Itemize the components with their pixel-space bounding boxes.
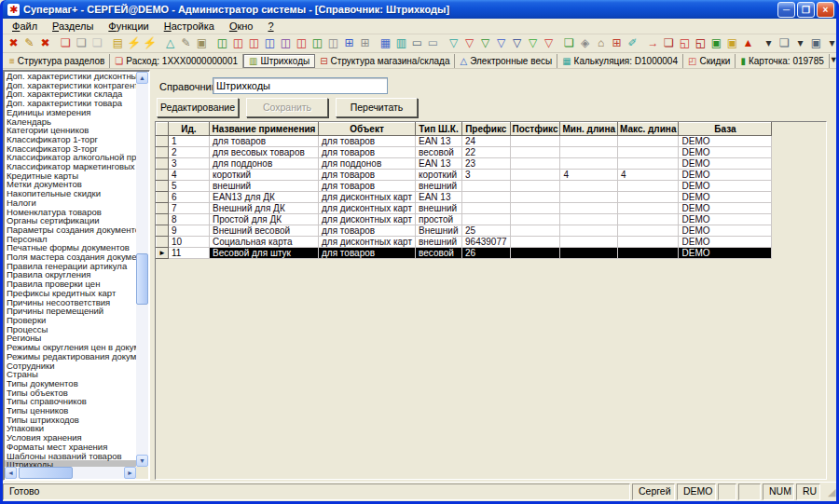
- table-cell[interactable]: EAN 13: [416, 192, 462, 203]
- table-cell[interactable]: Внешний весовой: [210, 225, 319, 237]
- toolbar-icon-16[interactable]: ◫: [262, 35, 278, 51]
- table-cell[interactable]: [560, 214, 618, 225]
- table-row[interactable]: 5внешнийдля товароввнешнийDEMO: [157, 181, 772, 192]
- menu-item-4[interactable]: Настройка: [157, 20, 222, 33]
- table-row[interactable]: 8Простой для ДКдля дисконтных картпросто…: [157, 214, 772, 225]
- toolbar-icon-10[interactable]: △: [162, 35, 178, 51]
- toolbar-icon-36[interactable]: ⌂: [593, 35, 609, 51]
- reference-name-input[interactable]: [213, 77, 388, 94]
- row-selector[interactable]: [157, 136, 169, 147]
- toolbar-icon-33[interactable]: ▽: [541, 35, 557, 51]
- tab-8[interactable]: ▮Карточка: 019785: [736, 54, 829, 68]
- table-cell[interactable]: 23: [462, 158, 511, 170]
- tab-2[interactable]: ❏Расход: 1XXX0000000001: [110, 54, 243, 68]
- toolbar-icon-44[interactable]: ▣: [724, 35, 740, 51]
- table-row[interactable]: ►11Весовой для штукдля товароввесовой26D…: [157, 248, 772, 259]
- row-selector[interactable]: [157, 203, 169, 214]
- toolbar-icon-26[interactable]: ▭: [425, 35, 441, 51]
- table-cell[interactable]: 6: [169, 192, 210, 203]
- table-cell[interactable]: DEMO: [679, 203, 772, 214]
- toolbar-icon-37[interactable]: ⊞: [609, 35, 625, 51]
- toolbar-icon-4[interactable]: ❏: [58, 35, 74, 51]
- column-header[interactable]: Макс. длина: [618, 123, 679, 136]
- row-selector[interactable]: [157, 181, 169, 192]
- menu-item-6[interactable]: ?: [260, 20, 281, 33]
- table-cell[interactable]: для товаров: [319, 181, 416, 192]
- toolbar-icon-5[interactable]: ❏: [74, 35, 89, 51]
- table-cell[interactable]: 11: [169, 248, 210, 259]
- table-cell[interactable]: для товаров: [319, 225, 416, 237]
- table-cell[interactable]: простой: [416, 214, 462, 225]
- table-cell[interactable]: Весовой для штук: [210, 248, 319, 259]
- toolbar-icon-19[interactable]: ◫: [309, 35, 325, 51]
- table-cell[interactable]: [510, 248, 560, 259]
- table-cell[interactable]: [462, 214, 511, 225]
- toolbar-icon-40[interactable]: ❏: [661, 35, 677, 51]
- tab-7[interactable]: ◰Скидки: [683, 54, 736, 68]
- table-row[interactable]: 6EAN13 для ДКдля дисконтных картEAN 13DE…: [157, 192, 772, 203]
- table-cell[interactable]: [560, 225, 618, 237]
- table-cell[interactable]: DEMO: [679, 248, 772, 259]
- toolbar-icon-12[interactable]: ▣: [194, 35, 210, 51]
- toolbar-icon-8[interactable]: ⚡: [126, 35, 142, 51]
- table-cell[interactable]: DEMO: [679, 158, 772, 170]
- toolbar-icon-18[interactable]: ◫: [294, 35, 309, 51]
- menu-item-1[interactable]: Файл: [5, 20, 45, 33]
- toolbar-icon-42[interactable]: ◱: [693, 35, 708, 51]
- toolbar-icon-41[interactable]: ◱: [677, 35, 693, 51]
- save-button[interactable]: Сохранить: [246, 98, 328, 117]
- row-selector[interactable]: [157, 158, 169, 170]
- table-cell[interactable]: 4: [618, 170, 679, 181]
- tab-4[interactable]: ⊟Структура магазина/склада: [315, 54, 455, 68]
- toolbar-icon-47[interactable]: ❏: [777, 35, 792, 51]
- table-cell[interactable]: для товаров: [319, 170, 416, 181]
- table-cell[interactable]: Простой для ДК: [210, 214, 319, 225]
- table-cell[interactable]: [510, 214, 560, 225]
- table-row[interactable]: 2для весовых товаровдля товароввесовой22…: [157, 147, 772, 158]
- table-cell[interactable]: [618, 203, 679, 214]
- table-cell[interactable]: для дисконтных карт: [319, 203, 416, 214]
- table-cell[interactable]: [462, 192, 511, 203]
- toolbar-icon-11[interactable]: ✎: [178, 35, 194, 51]
- scroll-left-icon[interactable]: ◄: [5, 467, 17, 479]
- table-cell[interactable]: 22: [462, 147, 511, 158]
- table-cell[interactable]: [618, 192, 679, 203]
- table-cell[interactable]: [560, 136, 618, 147]
- table-cell[interactable]: DEMO: [679, 237, 772, 248]
- toolbar-icon-20[interactable]: ◫: [325, 35, 341, 51]
- table-cell[interactable]: [618, 181, 679, 192]
- table-cell[interactable]: 2: [169, 147, 210, 158]
- toolbar-icon-1[interactable]: ✖: [6, 35, 21, 51]
- tab-6[interactable]: ▦Калькуляция: D1000004: [557, 54, 683, 68]
- table-cell[interactable]: [618, 214, 679, 225]
- table-cell[interactable]: [510, 237, 560, 248]
- scroll-down-icon[interactable]: ▼: [136, 455, 148, 467]
- toolbar-icon-43[interactable]: ▣: [708, 35, 724, 51]
- table-cell[interactable]: Социальная карта: [210, 237, 319, 248]
- table-cell[interactable]: [618, 237, 679, 248]
- toolbar-icon-32[interactable]: ▽: [525, 35, 541, 51]
- column-header[interactable]: Объект: [319, 123, 416, 136]
- table-cell[interactable]: для товаров: [319, 248, 416, 259]
- table-cell[interactable]: [560, 158, 618, 170]
- table-cell[interactable]: [618, 136, 679, 147]
- horizontal-scroll-thumb[interactable]: [19, 467, 73, 479]
- toolbar-icon-31[interactable]: ▽: [509, 35, 525, 51]
- table-cell[interactable]: [618, 158, 679, 170]
- table-cell[interactable]: для весовых товаров: [210, 147, 319, 158]
- column-header[interactable]: Название применения: [210, 123, 319, 136]
- row-selector[interactable]: [157, 170, 169, 181]
- table-cell[interactable]: [618, 248, 679, 259]
- table-cell[interactable]: 1: [169, 136, 210, 147]
- close-button[interactable]: ×: [817, 2, 834, 18]
- table-cell[interactable]: [510, 158, 560, 170]
- table-cell[interactable]: [510, 225, 560, 237]
- table-cell[interactable]: для поддонов: [319, 158, 416, 170]
- table-cell[interactable]: [618, 225, 679, 237]
- scroll-up-icon[interactable]: ▲: [136, 72, 148, 84]
- table-cell[interactable]: короткий: [210, 170, 319, 181]
- toolbar-icon-13[interactable]: ◫: [214, 35, 230, 51]
- row-selector[interactable]: [157, 237, 169, 248]
- table-cell[interactable]: DEMO: [679, 136, 772, 147]
- table-cell[interactable]: [510, 181, 560, 192]
